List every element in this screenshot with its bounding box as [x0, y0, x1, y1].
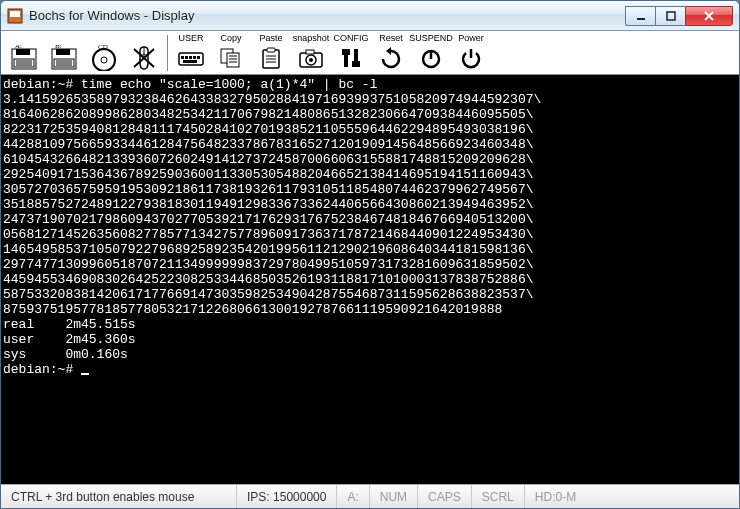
svg-marker-52 — [386, 47, 391, 55]
status-num: NUM — [370, 485, 418, 508]
terminal-line: 4428810975665933446128475648233786783165… — [3, 137, 737, 152]
suspend-label: SUSPEND — [409, 34, 453, 44]
terminal-line: 6104543266482133936072602491412737245870… — [3, 152, 737, 167]
reset-icon — [375, 44, 407, 72]
cdrom-button[interactable]: CD — [85, 33, 123, 73]
power-icon — [455, 44, 487, 72]
svg-rect-33 — [183, 60, 197, 63]
cdrom-icon: CD — [88, 44, 120, 72]
paste-icon — [255, 44, 287, 72]
statusbar: CTRL + 3rd button enables mouse IPS: 150… — [1, 484, 739, 508]
svg-text:B:: B: — [55, 45, 62, 50]
svg-rect-51 — [352, 61, 360, 67]
svg-rect-30 — [189, 56, 192, 59]
floppy-b-button[interactable]: B: — [45, 33, 83, 73]
copy-label: Copy — [220, 34, 241, 44]
floppy-b-icon: B: — [48, 44, 80, 72]
reset-label: Reset — [379, 34, 403, 44]
status-hint: CTRL + 3rd button enables mouse — [1, 485, 237, 508]
power-label: Power — [458, 34, 484, 44]
mouse-icon — [128, 44, 160, 72]
terminal-line: 8164062862089986280348253421170679821480… — [3, 107, 737, 122]
terminal-line: 2925409171536436789259036001133053054882… — [3, 167, 737, 182]
status-caps: CAPS — [418, 485, 472, 508]
terminal-line: 3.14159265358979323846264338327950288419… — [3, 92, 737, 107]
status-scrl: SCRL — [472, 485, 525, 508]
svg-rect-49 — [342, 49, 350, 55]
maximize-button[interactable] — [655, 6, 685, 26]
status-ips: IPS: 15000000 — [237, 485, 337, 508]
terminal-line: 2473719070217986094370277053921717629317… — [3, 212, 737, 227]
svg-rect-32 — [197, 56, 200, 59]
app-window: Bochs for Windows - Display A: B: — [0, 0, 740, 509]
terminal-line: 3057270365759591953092186117381932611793… — [3, 182, 737, 197]
floppy-a-button[interactable]: A: — [5, 33, 43, 73]
terminal-line: user 2m45.360s — [3, 332, 737, 347]
snapshot-button[interactable]: snapshot — [292, 33, 330, 73]
minimize-button[interactable] — [625, 6, 655, 26]
terminal-line: 2977477130996051870721134999999837297804… — [3, 257, 737, 272]
terminal-line: 0568127145263560827785771342757789609173… — [3, 227, 737, 242]
app-icon — [7, 8, 23, 24]
user-icon — [175, 44, 207, 72]
user-label: USER — [178, 34, 203, 44]
toolbar-separator — [167, 35, 168, 71]
status-hd: HD:0-M — [525, 485, 586, 508]
svg-rect-3 — [667, 12, 675, 20]
snapshot-label: snapshot — [293, 34, 330, 44]
svg-rect-40 — [267, 48, 275, 52]
toolbar: A: B: CD USER — [1, 31, 739, 75]
suspend-icon — [415, 44, 447, 72]
config-button[interactable]: CONFIG — [332, 33, 370, 73]
svg-point-47 — [309, 58, 313, 62]
terminal-display[interactable]: debian:~# time echo "scale=1000; a(1)*4"… — [1, 75, 739, 484]
terminal-line: 8759375195778185778053217122680661300192… — [3, 302, 737, 317]
reset-button[interactable]: Reset — [372, 33, 410, 73]
suspend-button[interactable]: SUSPEND — [412, 33, 450, 73]
mouse-button[interactable] — [125, 33, 163, 73]
terminal-line: 3518857527248912279381830119491298336733… — [3, 197, 737, 212]
svg-rect-31 — [193, 56, 196, 59]
window-title: Bochs for Windows - Display — [29, 8, 625, 23]
copy-button[interactable]: Copy — [212, 33, 250, 73]
power-button[interactable]: Power — [452, 33, 490, 73]
terminal-line: real 2m45.515s — [3, 317, 737, 332]
terminal-line: 4459455346908302642522308253344685035261… — [3, 272, 737, 287]
terminal-prompt: debian:~# — [3, 362, 737, 377]
user-button[interactable]: USER — [172, 33, 210, 73]
floppy-a-icon: A: — [8, 44, 40, 72]
terminal-line: 1465495853710507922796892589235420199561… — [3, 242, 737, 257]
terminal-line: 8223172535940812848111745028410270193852… — [3, 122, 737, 137]
svg-rect-28 — [181, 56, 184, 59]
copy-icon — [215, 44, 247, 72]
terminal-cursor — [81, 373, 89, 375]
snapshot-icon — [295, 44, 327, 72]
svg-rect-45 — [306, 50, 314, 54]
config-label: CONFIG — [334, 34, 369, 44]
svg-rect-29 — [185, 56, 188, 59]
svg-point-21 — [101, 57, 107, 63]
terminal-line: 5875332083814206171776691473035982534904… — [3, 287, 737, 302]
paste-button[interactable]: Paste — [252, 33, 290, 73]
config-icon — [335, 44, 367, 72]
terminal-line: debian:~# time echo "scale=1000; a(1)*4"… — [3, 77, 737, 92]
window-controls — [625, 6, 733, 26]
svg-text:CD: CD — [98, 45, 108, 51]
status-drive-a: A: — [337, 485, 369, 508]
svg-rect-35 — [227, 53, 239, 67]
close-button[interactable] — [685, 6, 733, 26]
paste-label: Paste — [259, 34, 282, 44]
svg-text:A:: A: — [15, 45, 22, 50]
svg-rect-1 — [10, 11, 20, 17]
terminal-line: sys 0m0.160s — [3, 347, 737, 362]
titlebar[interactable]: Bochs for Windows - Display — [1, 1, 739, 31]
